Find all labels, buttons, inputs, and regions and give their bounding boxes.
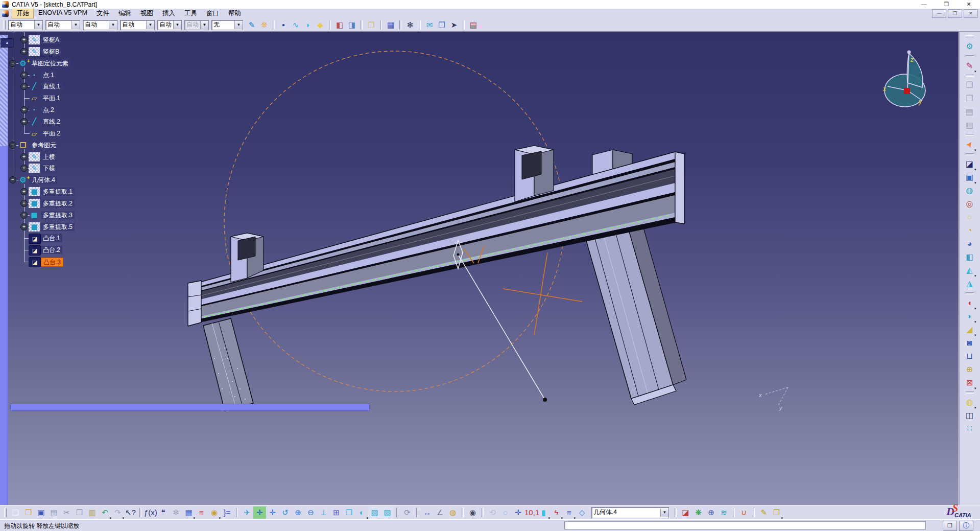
windows-tool-icon[interactable]: ❐ (436, 19, 448, 31)
wrap-tool-icon[interactable]: ❒ (365, 19, 377, 31)
knowledge-icon[interactable]: ✼ (170, 506, 182, 519)
filter-combo-4[interactable]: 自动▼ (120, 20, 155, 30)
curvature-analysis-icon[interactable]: ❋ (692, 506, 705, 519)
grayed-tool-4-icon[interactable]: ▥ (963, 119, 976, 132)
stiffener-tool-icon[interactable]: ◧ (963, 250, 976, 264)
filter-combo-1[interactable]: 自动▼ (8, 20, 43, 30)
axis-system-icon[interactable]: ✛ (512, 506, 524, 519)
slot-tool-icon[interactable]: ◕ (963, 237, 976, 250)
zoom-in-icon[interactable]: ⊕ (292, 506, 304, 519)
render-style-icon[interactable]: ◐▾ (355, 506, 368, 519)
face-tool-icon[interactable]: ◆ (314, 19, 326, 31)
grayed-tool-3-icon[interactable]: ▤ (963, 105, 976, 119)
menu-item-工具[interactable]: 工具 (180, 9, 202, 18)
surface-display-icon[interactable]: ◇ (576, 506, 588, 519)
tree-expander-minus-icon[interactable]: − (9, 60, 16, 67)
refresh-icon[interactable]: ⟲ (486, 506, 499, 519)
tree-expander-plus-icon[interactable]: + (20, 188, 28, 195)
pan-icon[interactable]: ✛ (266, 506, 279, 519)
tree-expander-minus-icon[interactable]: − (9, 142, 16, 149)
tree-item-上横[interactable]: 上横 (41, 153, 57, 161)
rib-tool-icon[interactable]: ◔ (963, 224, 976, 237)
restore-button[interactable]: ❐ (935, 0, 958, 9)
save-file-icon[interactable]: ▣ (35, 506, 47, 519)
tree-expander-plus-icon[interactable]: + (20, 72, 28, 79)
hole-tool-icon[interactable]: ○ (963, 211, 976, 224)
chevron-down-icon[interactable]: ▼ (660, 509, 668, 517)
filter-combo-6[interactable]: 自动▼ (184, 20, 209, 30)
comment-icon[interactable]: ❝ (157, 506, 170, 519)
tree-item-直线.1[interactable]: 直线.1 (41, 82, 62, 90)
catia-menu-icon[interactable] (2, 10, 9, 17)
pattern-tool-icon[interactable]: ∷ (963, 422, 976, 435)
design-table-icon[interactable]: ▦▾ (182, 506, 195, 519)
doc-window-button[interactable]: ❐ (943, 521, 957, 531)
iso-view-icon[interactable]: ❒ (343, 506, 355, 519)
dimension-display-icon[interactable]: 10,110,0 (524, 506, 537, 519)
wall2-tool-icon[interactable]: ◨ (346, 19, 358, 31)
turntable-icon[interactable]: ⟳ (401, 506, 414, 519)
plane-icon[interactable]: ▱ (29, 94, 40, 103)
catalog-icon[interactable]: ❒▾ (770, 506, 783, 519)
update-tool-icon[interactable]: ⚙ (963, 40, 976, 53)
lock-icon[interactable]: ◉▾ (208, 506, 221, 519)
fillet-tool-icon[interactable]: ◖▾ (963, 296, 976, 310)
insert-pad-icon[interactable]: ◪ (679, 506, 692, 519)
measure-between-icon[interactable]: ↔ (421, 506, 434, 519)
chevron-down-icon[interactable]: ▼ (34, 21, 42, 29)
tree-expander-plus-icon[interactable]: + (20, 223, 28, 230)
compass-snap-icon[interactable]: ⊕ (705, 506, 718, 519)
doc-close-button[interactable]: ✕ (964, 9, 978, 18)
update-icon[interactable]: ϟ▾ (550, 506, 563, 519)
geometry-set-icon[interactable]: ⚙+ (17, 175, 29, 184)
menu-item-ENOVIA V5 VPM[interactable]: ENOVIA V5 VPM (34, 9, 92, 18)
sketch-icon[interactable]: ✎ (29, 164, 40, 173)
menu-item-窗口[interactable]: 窗口 (202, 9, 224, 18)
toolbar-grip[interactable] (966, 35, 974, 37)
power-copy-icon[interactable]: ✎ (757, 506, 770, 519)
tree-item-几何体.4[interactable]: 几何体.4 (30, 176, 57, 184)
filter-combo-7[interactable]: 无▼ (211, 20, 243, 30)
tree-item-草图定位元素[interactable]: 草图定位元素 (30, 59, 70, 67)
shell-tool-icon[interactable]: ◙ (963, 336, 976, 350)
filter-combo-3[interactable]: 自动▼ (83, 20, 117, 30)
tree-item-凸台.1[interactable]: 凸台.1 (41, 234, 62, 242)
structure-icon[interactable]: ≡ (195, 506, 208, 519)
tree-item-凸台.3[interactable]: 凸台.3 (41, 258, 63, 267)
folder-icon[interactable]: ❐ (17, 141, 29, 150)
thickness-tool-icon[interactable]: ⊔ (963, 350, 976, 363)
tree-expander-plus-icon[interactable]: + (20, 106, 28, 113)
menu-item-视图[interactable]: 视图 (136, 9, 158, 18)
grayed-tool-2-icon[interactable]: ❒ (963, 92, 976, 105)
power-input-field[interactable] (564, 521, 926, 529)
cut-icon[interactable]: ✂ (60, 506, 73, 519)
point-tool-icon[interactable]: ▪ (277, 19, 290, 31)
minimize-button[interactable]: — (913, 0, 935, 9)
groove-tool-icon[interactable]: ◎ (963, 197, 976, 211)
mirror-tool-icon[interactable]: ◫ (963, 409, 976, 422)
formula-icon[interactable]: ƒ(x) (144, 506, 157, 519)
viewport-3d[interactable]: x y z x y ▲ +✎竖梃A+✎竖梃B−⚙+草图定位元素+▪点.1+╱直线… (0, 32, 959, 505)
multi-view-icon[interactable]: ⊞ (330, 506, 343, 519)
tree-expander-plus-icon[interactable]: + (20, 153, 28, 160)
spray-tool-icon[interactable]: ❊ (258, 19, 270, 31)
pad-icon[interactable]: ◪ (29, 257, 41, 267)
specs-list-icon[interactable]: ≡▾ (563, 506, 576, 519)
tree-expander-plus-icon[interactable]: + (20, 36, 28, 43)
sketch-icon[interactable]: ✎ (29, 152, 40, 161)
doc-restore-button[interactable]: ❐ (948, 9, 962, 18)
sketch-icon[interactable]: ✎ (29, 35, 40, 44)
camera-icon[interactable]: ◉ (466, 506, 479, 519)
tree-expander-plus-icon[interactable]: + (20, 165, 28, 172)
sketcher-tool-icon[interactable]: ✎▾ (963, 59, 976, 73)
menu-item-插入[interactable]: 插入 (158, 9, 180, 18)
tree-scrollbar-horizontal[interactable] (10, 404, 370, 411)
chamfer-tool-icon[interactable]: ◗▾ (963, 310, 976, 323)
spline-tool-icon[interactable]: ∿ (290, 19, 302, 31)
mail-tool-icon[interactable]: ✉ (423, 19, 436, 31)
tree-item-平面.2[interactable]: 平面.2 (41, 129, 62, 137)
line-endpoint[interactable] (543, 398, 547, 402)
shaft-tool-icon[interactable]: ◍ (963, 184, 976, 197)
multi-extract2-icon[interactable]: ▩ (29, 211, 40, 220)
tree-item-多重提取.2[interactable]: 多重提取.2 (41, 199, 75, 207)
